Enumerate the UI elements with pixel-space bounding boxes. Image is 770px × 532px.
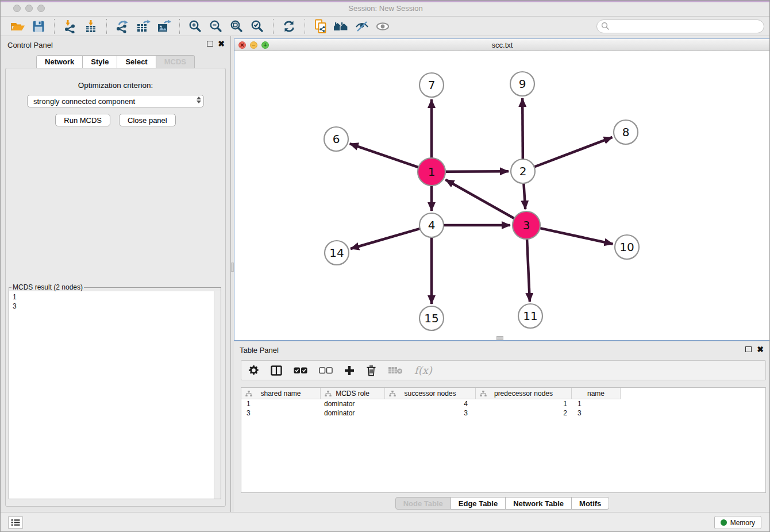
- svg-text:3: 3: [523, 218, 530, 232]
- columns-icon[interactable]: [271, 365, 282, 376]
- show-panel-button[interactable]: [8, 516, 23, 529]
- tree-icon: [245, 391, 252, 396]
- result-scrollbar[interactable]: [214, 291, 221, 499]
- column-header-mcds-role[interactable]: MCDS role: [321, 388, 385, 399]
- criterion-dropdown[interactable]: strongly connected component: [27, 95, 204, 107]
- import-table-icon[interactable]: [82, 18, 99, 34]
- table-row[interactable]: 1 dominator 4 1 1: [241, 399, 765, 408]
- node-2[interactable]: 2: [511, 159, 535, 183]
- toolbar-separator: [273, 19, 274, 34]
- function-builder-icon[interactable]: f(x): [414, 364, 432, 376]
- tab-select[interactable]: Select: [117, 55, 156, 68]
- close-panel-icon[interactable]: ✖: [218, 40, 225, 47]
- edge-2-8[interactable]: [533, 137, 613, 167]
- eye-icon[interactable]: [374, 18, 391, 34]
- svg-text:8: 8: [622, 125, 630, 139]
- tab-network[interactable]: Network: [36, 55, 83, 68]
- tree-icon: [389, 391, 396, 396]
- open-session-icon[interactable]: [9, 18, 26, 34]
- node-10[interactable]: 10: [615, 235, 639, 259]
- column-header-shared-name[interactable]: shared name: [241, 388, 321, 399]
- export-image-icon[interactable]: [155, 18, 172, 34]
- node-table[interactable]: shared name MCDS role successor nodes pr…: [241, 387, 766, 493]
- edge-2-3[interactable]: [523, 182, 525, 209]
- node-14[interactable]: 14: [325, 241, 349, 265]
- column-header-successor-nodes[interactable]: successor nodes: [385, 388, 476, 399]
- float-table-panel-icon[interactable]: [745, 346, 752, 352]
- network-resize-grip[interactable]: [496, 336, 503, 340]
- edge-1-6[interactable]: [350, 144, 420, 168]
- network-graph[interactable]: 7968124314101511: [234, 51, 770, 340]
- network-file-copy-icon[interactable]: [312, 18, 329, 34]
- zoom-out-icon[interactable]: [207, 18, 225, 34]
- select-all-checkboxes-icon[interactable]: [294, 367, 307, 374]
- tab-motifs[interactable]: Motifs: [572, 497, 609, 510]
- node-6[interactable]: 6: [324, 127, 348, 151]
- column-header-predecessor-nodes[interactable]: predecessor nodes: [476, 388, 572, 399]
- node-9[interactable]: 9: [510, 72, 534, 96]
- node-8[interactable]: 8: [614, 120, 638, 144]
- edge-3-1[interactable]: [445, 180, 515, 219]
- edge-3-11[interactable]: [527, 238, 530, 302]
- svg-text:7: 7: [428, 78, 436, 92]
- table-row[interactable]: 3 dominator 3 2 3: [241, 408, 765, 418]
- criterion-dropdown-value: strongly connected component: [33, 97, 135, 106]
- zoom-fit-icon[interactable]: [228, 18, 245, 34]
- dropdown-stepper-icon: [197, 97, 201, 103]
- homes-icon[interactable]: [333, 18, 350, 34]
- float-panel-icon[interactable]: [207, 41, 213, 47]
- svg-text:11: 11: [523, 309, 537, 323]
- tab-edge-table[interactable]: Edge Table: [451, 497, 506, 510]
- run-mcds-button[interactable]: Run MCDS: [55, 114, 110, 126]
- export-table-icon[interactable]: [134, 18, 152, 34]
- gear-icon[interactable]: [248, 365, 259, 376]
- table-header-row: shared name MCDS role successor nodes pr…: [241, 388, 765, 399]
- column-header-name[interactable]: name: [572, 388, 621, 399]
- eye-slash-icon[interactable]: [353, 18, 371, 34]
- memory-button[interactable]: Memory: [714, 516, 761, 529]
- close-table-panel-icon[interactable]: ✖: [757, 346, 764, 353]
- network-window-titlebar[interactable]: ✕ − + scc.txt: [234, 39, 770, 51]
- save-session-icon[interactable]: [30, 18, 47, 34]
- mcds-result-title: MCDS result (2 nodes): [11, 283, 84, 291]
- node-3[interactable]: 3: [513, 211, 540, 239]
- node-1[interactable]: 1: [418, 158, 445, 186]
- export-network-icon[interactable]: [114, 18, 131, 34]
- node-15[interactable]: 15: [419, 306, 444, 330]
- zoom-selected-icon[interactable]: [249, 18, 266, 34]
- node-4[interactable]: 4: [419, 213, 444, 237]
- main-toolbar: [1, 17, 770, 36]
- close-panel-button[interactable]: Close panel: [119, 114, 176, 126]
- search-icon: [601, 22, 610, 30]
- control-panel-title: Control Panel: [7, 41, 53, 49]
- delete-column-icon[interactable]: [366, 365, 376, 376]
- edge-2-9[interactable]: [522, 98, 523, 160]
- edge-3-10[interactable]: [538, 228, 613, 244]
- control-panel-tabs: Network Style Select MCDS: [1, 55, 230, 68]
- search-input[interactable]: [613, 22, 764, 30]
- table-toolbar: f(x): [241, 360, 766, 380]
- node-11[interactable]: 11: [518, 304, 542, 328]
- edge-1-2[interactable]: [444, 171, 509, 172]
- zoom-in-icon[interactable]: [187, 18, 204, 34]
- add-column-icon[interactable]: [344, 365, 355, 376]
- network-canvas[interactable]: 7968124314101511: [234, 51, 770, 340]
- network-window: ✕ − + scc.txt 7968124314101511: [234, 38, 770, 341]
- svg-text:10: 10: [619, 240, 634, 254]
- import-network-icon[interactable]: [61, 18, 79, 34]
- tab-style[interactable]: Style: [83, 55, 117, 68]
- memory-label: Memory: [730, 519, 755, 527]
- node-7[interactable]: 7: [419, 73, 444, 97]
- svg-text:4: 4: [428, 218, 436, 232]
- tree-icon: [480, 391, 487, 396]
- tab-node-table[interactable]: Node Table: [395, 497, 451, 510]
- tab-network-table[interactable]: Network Table: [506, 497, 572, 510]
- search-field[interactable]: [596, 20, 764, 33]
- toolbar-separator: [179, 19, 180, 34]
- delete-table-icon[interactable]: [388, 366, 403, 375]
- svg-text:14: 14: [329, 246, 344, 260]
- deselect-all-checkboxes-icon[interactable]: [319, 367, 333, 374]
- edge-4-14[interactable]: [351, 228, 421, 249]
- refresh-icon[interactable]: [280, 18, 298, 34]
- tab-mcds[interactable]: MCDS: [156, 55, 195, 68]
